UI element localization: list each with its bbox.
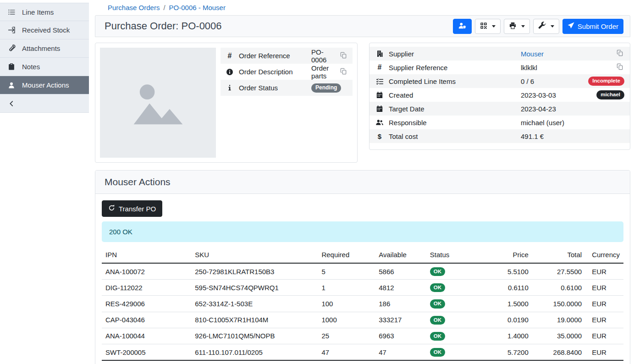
info-circle-icon — [225, 68, 234, 76]
column-header-status[interactable]: Status — [426, 247, 473, 263]
tools-icon — [538, 22, 546, 31]
cell-available: 333217 — [375, 312, 426, 328]
detail-value: michael (user) — [521, 119, 624, 127]
detail-value: PO-0006 — [311, 48, 335, 64]
detail-row-supplier-reference: # Supplier Reference lklklkl — [369, 61, 630, 74]
cell-total: 0.6100 — [532, 280, 585, 296]
detail-row-supplier: Supplier Mouser — [369, 47, 630, 61]
detail-label: Order Reference — [239, 52, 307, 60]
column-header-sku[interactable]: SKU — [191, 247, 318, 263]
sidebar-item-attachments[interactable]: Attachments — [0, 39, 89, 58]
cell-price: 5.7200 — [473, 344, 532, 361]
cell-sku: 611-110.107.011/0205 — [191, 344, 318, 361]
column-header-ipn[interactable]: IPN — [102, 247, 191, 263]
paperclip-icon — [7, 44, 16, 52]
cell-currency: EUR — [585, 296, 623, 312]
supplier-info-card: Supplier Mouser # Supplier Reference lkl… — [369, 43, 630, 150]
detail-row-completed-line-items: Completed Line Items 0 / 6 Incomplete — [369, 74, 630, 88]
info-icon — [225, 84, 234, 91]
cell-sku: 250-72981KLRATR150B3 — [191, 263, 318, 280]
submit-order-button[interactable]: Submit Order — [562, 19, 623, 34]
column-header-required[interactable]: Required — [318, 247, 375, 263]
detail-row-created: Created 2023-03-03 michael — [369, 88, 630, 102]
column-header-currency[interactable]: Currency — [585, 247, 623, 263]
cell-required: 5 — [318, 263, 375, 280]
cell-ipn: CAP-043046 — [102, 312, 191, 328]
sidebar-item-notes[interactable]: Notes — [0, 58, 89, 76]
cell-currency: EUR — [585, 344, 623, 361]
copy-icon — [340, 52, 347, 60]
clipboard-icon — [7, 63, 16, 71]
print-actions-button[interactable] — [504, 19, 530, 34]
cell-total: 19.0000 — [532, 312, 585, 328]
cell-price: 5.5100 — [473, 263, 532, 280]
detail-label: Supplier Reference — [389, 64, 516, 72]
cell-required: 1 — [318, 280, 375, 296]
panel-title: Mouser Actions — [95, 171, 630, 194]
user-shield-button[interactable] — [453, 19, 472, 34]
cell-status: OK — [426, 312, 473, 328]
table-row: DIG-112022 595-SN74HCS74QPWRQ1 1 4812 OK… — [102, 280, 623, 296]
sidebar-collapse-button[interactable] — [0, 94, 89, 113]
header-actions: Submit Order — [453, 19, 623, 34]
copy-button[interactable] — [616, 49, 624, 59]
transfer-po-button[interactable]: Transfer PO — [102, 200, 162, 217]
copy-button[interactable] — [616, 62, 624, 72]
supplier-link[interactable]: Mouser — [521, 50, 544, 58]
copy-icon — [617, 50, 623, 58]
breadcrumb-link-purchase-orders[interactable]: Purchase Orders — [108, 4, 160, 11]
order-details: # Order Reference PO-0006 — [95, 43, 630, 163]
table-row: SWT-200005 611-110.107.011/0205 47 47 OK… — [102, 344, 623, 361]
cell-ipn: ANA-100072 — [102, 263, 191, 280]
detail-label: Target Date — [389, 105, 516, 113]
cell-available: 47 — [375, 344, 426, 361]
sidebar: Line Items Received Stock Attachments No… — [0, 3, 89, 113]
cell-price: 1.4000 — [473, 328, 532, 344]
user-shield-icon — [458, 22, 467, 31]
column-header-available[interactable]: Available — [375, 247, 426, 263]
hash-icon: # — [375, 63, 384, 72]
detail-label: Created — [389, 91, 516, 99]
copy-button[interactable] — [339, 51, 348, 61]
table-row: RES-429006 652-3314Z-1-503E 100 186 OK 1… — [102, 296, 623, 312]
copy-button[interactable] — [339, 67, 348, 77]
cell-required: 100 — [318, 296, 375, 312]
ok-badge: OK — [430, 267, 445, 276]
sidebar-item-received-stock[interactable]: Received Stock — [0, 21, 89, 39]
detail-value: 2023-03-03 — [521, 91, 592, 99]
paper-plane-icon — [568, 22, 574, 30]
cell-currency: EUR — [585, 263, 623, 280]
chevron-left-icon — [7, 100, 16, 107]
ok-badge: OK — [430, 316, 445, 325]
cell-status: OK — [426, 296, 473, 312]
column-header-price[interactable]: Price — [473, 247, 532, 263]
transfer-po-label: Transfer PO — [119, 205, 156, 213]
detail-label: Supplier — [389, 50, 516, 58]
ok-badge: OK — [430, 332, 445, 341]
cell-price: 0.0190 — [473, 312, 532, 328]
sidebar-item-label: Attachments — [22, 44, 60, 52]
calendar-icon — [375, 91, 384, 99]
cell-available: 6963 — [375, 328, 426, 344]
list-check-icon — [375, 77, 384, 85]
printer-icon — [509, 22, 517, 31]
order-actions-button[interactable] — [533, 19, 559, 34]
detail-value: 2023-04-23 — [521, 105, 624, 113]
cell-ipn: ANA-100044 — [102, 328, 191, 344]
sidebar-item-mouser-actions[interactable]: Mouser Actions — [0, 76, 89, 94]
cell-required: 25 — [318, 328, 375, 344]
list-icon — [7, 8, 16, 16]
breadcrumb: Purchase Orders / PO-0006 - Mouser — [95, 0, 630, 15]
detail-row-responsible: Responsible michael (user) — [369, 116, 630, 129]
ok-badge: OK — [430, 299, 445, 308]
breadcrumb-link-current-order[interactable]: PO-0006 - Mouser — [169, 4, 226, 11]
barcode-actions-button[interactable] — [475, 19, 501, 34]
detail-row-total-cost: $ Total cost 491.1 € — [369, 129, 630, 143]
column-header-total[interactable]: Total — [532, 247, 585, 263]
users-icon — [375, 119, 384, 126]
sidebar-item-line-items[interactable]: Line Items — [0, 3, 89, 21]
order-image[interactable] — [100, 48, 216, 158]
user-icon — [7, 82, 16, 89]
refresh-icon — [108, 204, 115, 213]
cell-ipn: RES-429006 — [102, 296, 191, 312]
